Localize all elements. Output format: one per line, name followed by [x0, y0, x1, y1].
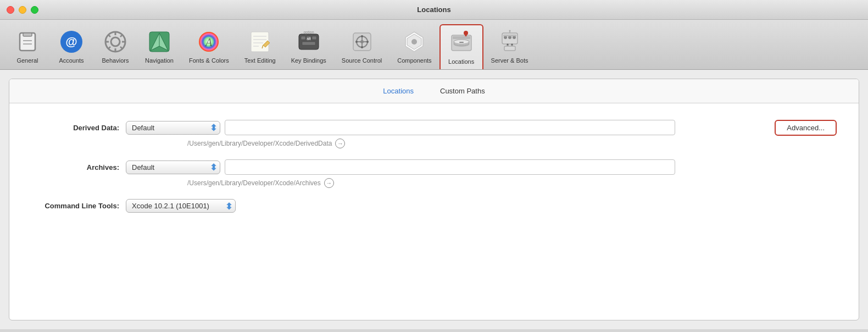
sidebar-item-accounts[interactable]: @ Accounts: [49, 24, 93, 69]
sidebar-item-navigation[interactable]: Navigation: [137, 24, 181, 69]
svg-rect-31: [312, 36, 316, 40]
toolbar-item-label: Fonts & Colors: [189, 57, 229, 64]
source-control-icon: [349, 29, 375, 55]
settings-panel: Locations Custom Paths Derived Data: Def…: [9, 79, 859, 320]
archives-path-hint: /Users/gen/Library/Developer/Xcode/Archi…: [187, 178, 837, 188]
sidebar-item-behaviors[interactable]: Behaviors: [93, 24, 137, 69]
tab-custom-paths[interactable]: Custom Paths: [438, 86, 487, 96]
svg-text:@: @: [65, 35, 77, 48]
toolbar-item-label: Source Control: [342, 57, 382, 64]
archives-arrow-icon[interactable]: →: [324, 178, 334, 188]
svg-rect-54: [459, 42, 464, 43]
svg-point-63: [507, 44, 508, 46]
derived-data-arrow-icon[interactable]: →: [335, 139, 345, 148]
derived-data-input[interactable]: [225, 120, 675, 135]
toolbar-item-label: Locations: [448, 58, 474, 65]
sidebar-item-text-editing[interactable]: Text Editing: [237, 24, 283, 69]
svg-point-46: [411, 39, 417, 45]
svg-point-64: [511, 44, 513, 46]
traffic-lights: [7, 6, 38, 14]
sidebar-item-general[interactable]: General: [5, 24, 49, 69]
toolbar-item-label: Components: [397, 57, 431, 64]
archives-input[interactable]: [225, 159, 675, 175]
svg-line-13: [120, 47, 123, 49]
archives-select-wrapper: Default Custom Relative to Workspace Abs…: [126, 161, 220, 174]
command-line-select-wrapper: Xcode 10.2.1 (10E1001) ⬍: [126, 199, 236, 213]
svg-rect-60: [503, 35, 516, 36]
accounts-icon: @: [58, 29, 85, 55]
command-line-select[interactable]: Xcode 10.2.1 (10E1001): [126, 199, 236, 213]
fonts-colors-icon: A: [196, 29, 222, 55]
content-area: Locations Custom Paths Derived Data: Def…: [0, 70, 868, 329]
svg-rect-29: [301, 36, 305, 40]
svg-point-43: [355, 41, 358, 43]
components-icon: [401, 29, 427, 55]
sidebar-item-source-control[interactable]: Source Control: [334, 24, 390, 69]
toolbar-item-label: General: [16, 57, 38, 64]
minimize-button[interactable]: [19, 6, 26, 14]
archives-row: Archives: Default Custom Relative to Wor…: [31, 159, 837, 175]
window-title: Locations: [417, 5, 450, 14]
svg-point-41: [366, 41, 369, 43]
archives-select[interactable]: Default Custom Relative to Workspace Abs…: [126, 161, 220, 174]
sidebar-item-components[interactable]: Components: [390, 24, 439, 69]
behaviors-icon: [102, 29, 129, 55]
toolbar: General @ Accounts: [0, 20, 868, 70]
derived-data-select-wrapper: Default Custom Relative to Workspace Abs…: [126, 121, 220, 135]
toolbar-item-label: Navigation: [145, 57, 174, 64]
sidebar-item-key-bindings[interactable]: alt option Key Bindings: [283, 24, 334, 69]
navigation-icon: [146, 29, 173, 55]
toolbar-item-label: Accounts: [59, 57, 84, 64]
maximize-button[interactable]: [31, 6, 38, 14]
sidebar-item-fonts-colors[interactable]: A Fonts & Colors: [181, 24, 237, 69]
svg-rect-56: [504, 46, 515, 51]
archives-label: Archives:: [31, 163, 119, 171]
toolbar-item-label: Key Bindings: [291, 57, 326, 64]
server-bots-icon: [497, 29, 523, 55]
svg-rect-1: [23, 33, 32, 36]
svg-rect-48: [453, 36, 470, 39]
tab-locations[interactable]: Locations: [381, 86, 416, 96]
svg-text:alt: alt: [307, 37, 310, 41]
svg-point-66: [509, 30, 510, 32]
svg-point-7: [111, 37, 120, 46]
command-line-label: Command Line Tools:: [31, 202, 119, 210]
toolbar-item-label: Text Editing: [244, 57, 276, 64]
close-button[interactable]: [7, 6, 14, 14]
archives-path-text: /Users/gen/Library/Developer/Xcode/Archi…: [187, 179, 321, 187]
svg-point-42: [361, 46, 363, 48]
command-line-row: Command Line Tools: Xcode 10.2.1 (10E100…: [31, 199, 837, 213]
sidebar-item-server-bots[interactable]: Server & Bots: [483, 24, 536, 69]
derived-data-row: Derived Data: Default Custom Relative to…: [31, 120, 837, 135]
key-bindings-icon: alt option: [296, 29, 322, 55]
svg-rect-32: [302, 42, 315, 45]
text-editing-icon: [247, 29, 273, 55]
panel-body: Derived Data: Default Custom Relative to…: [9, 103, 859, 240]
panel-tabs: Locations Custom Paths: [9, 79, 859, 103]
general-icon: [14, 29, 41, 55]
svg-text:option: option: [303, 30, 314, 35]
toolbar-item-label: Behaviors: [102, 57, 129, 64]
svg-point-40: [361, 35, 363, 37]
locations-icon: [448, 30, 475, 56]
sidebar-item-locations[interactable]: Locations: [439, 24, 483, 69]
svg-point-53: [464, 31, 468, 35]
svg-text:A: A: [204, 36, 213, 48]
svg-point-39: [360, 40, 364, 43]
title-bar: Locations: [0, 0, 868, 20]
advanced-button[interactable]: Advanced...: [775, 120, 837, 136]
toolbar-item-label: Server & Bots: [491, 57, 528, 64]
svg-line-14: [120, 35, 123, 37]
derived-data-select[interactable]: Default Custom Relative to Workspace Abs…: [126, 121, 220, 135]
svg-line-12: [108, 35, 110, 37]
svg-line-15: [108, 47, 110, 49]
derived-data-label: Derived Data:: [31, 124, 119, 132]
derived-data-path-hint: /Users/gen/Library/Developer/Xcode/Deriv…: [187, 139, 837, 148]
svg-rect-22: [251, 32, 269, 52]
derived-data-path-text: /Users/gen/Library/Developer/Xcode/Deriv…: [187, 140, 332, 147]
